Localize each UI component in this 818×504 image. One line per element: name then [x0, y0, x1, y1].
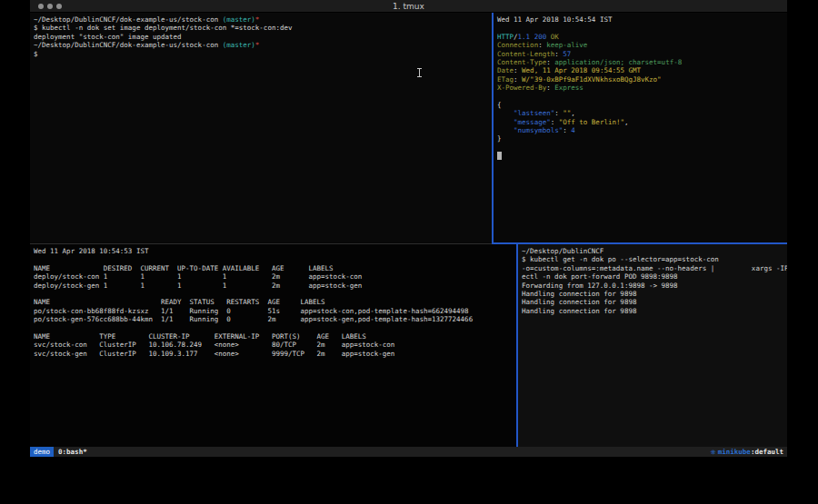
terminal-text-segment: "numsymbols" — [514, 126, 563, 134]
terminal-line: Handling connection for 9898 — [522, 290, 787, 298]
terminal-line: X-Powered-By: Express — [497, 84, 787, 92]
close-button[interactable] — [38, 4, 44, 9]
terminal-line: $ kubectl -n dok set image deployment/st… — [34, 24, 492, 32]
terminal-line — [34, 290, 516, 298]
terminal-line: NAME READY STATUS RESTARTS AGE LABELS — [34, 298, 516, 306]
pane-bottom-left-kubectl-watch[interactable]: Wed 11 Apr 2018 10:54:53 IST NAME DESIRE… — [30, 244, 516, 449]
terminal-text-segment: 57 — [563, 50, 571, 58]
terminal-line: deploy/stock-gen 1 1 1 1 2m app=stock-ge… — [34, 282, 516, 290]
terminal-text-segment: deploy/stock-con 1 1 1 1 2m app=stock-co… — [34, 272, 362, 281]
window-titlebar[interactable]: 1. tmux — [30, 0, 787, 13]
kube-cluster-name: minikube — [718, 448, 751, 456]
terminal-text-segment — [497, 118, 514, 126]
terminal-text-segment: Wed 11 Apr 2018 10:54:54 IST — [497, 15, 612, 24]
terminal-text-segment: Content-Length — [497, 50, 554, 58]
terminal-text-segment: , — [624, 118, 629, 126]
terminal-text-segment: Date — [497, 66, 514, 74]
terminal-line: NAME DESIRED CURRENT UP-TO-DATE AVAILABL… — [34, 264, 516, 272]
terminal-text-segment: } — [497, 134, 502, 143]
terminal-text-segment: NAME TYPE CLUSTER-IP EXTERNAL-IP PORT(S)… — [34, 332, 366, 341]
terminal-line: deployment "stock-con" image updated — [34, 33, 492, 41]
terminal-text-segment: Handling connection for 9898 — [522, 290, 636, 298]
pane-top-left-shell[interactable]: ~/Desktop/DublinCNCF/dok-example-us/stoc… — [30, 13, 492, 242]
terminal-line: Content-Length: 57 — [497, 50, 787, 58]
session-name-badge[interactable]: demo — [30, 447, 54, 457]
terminal-text-segment — [497, 109, 514, 117]
terminal-line: po/stock-gen-576cc688bb-44kmn 1/1 Runnin… — [34, 315, 516, 323]
terminal-text-segment: Wed, 11 Apr 2018 09:54:55 GMT — [522, 66, 641, 74]
terminal-text-segment: ~/Desktop/DublinCNCF — [522, 247, 604, 255]
terminal-line: "message": "Off to Berlin!", — [497, 118, 787, 126]
terminal-text-segment: Forwarding from 127.0.0.1:9898 -> 9898 — [522, 282, 678, 290]
terminal-text-segment: X-Powered-By — [497, 84, 546, 92]
terminal-text-segment: "" — [563, 109, 571, 117]
terminal-text-segment: : — [551, 118, 559, 126]
terminal-line: svc/stock-con ClusterIP 10.106.78.249 <n… — [34, 341, 516, 349]
terminal-line — [497, 24, 787, 32]
terminal-text-segment: : — [546, 58, 554, 66]
pane-divider-horizontal-right[interactable] — [492, 242, 787, 244]
terminal-text-segment: , — [571, 109, 575, 117]
window-list-item-active[interactable]: 0:bash* — [58, 448, 87, 456]
terminal-line: HTTP/1.1 200 OK — [497, 33, 787, 41]
terminal-text-segment: -o=custom-columns=:metadata.name --no-he… — [522, 264, 787, 272]
terminal-line: Date: Wed, 11 Apr 2018 09:54:55 GMT — [497, 66, 787, 74]
terminal-text-segment: * — [255, 15, 260, 24]
zoom-button[interactable] — [56, 4, 62, 9]
terminal-text-segment: (master) — [223, 41, 255, 49]
terminal-line: ~/Desktop/DublinCNCF — [522, 247, 787, 255]
minimize-button[interactable] — [47, 4, 53, 9]
terminal-text-segment: * — [255, 41, 260, 49]
pane-divider-horizontal-left[interactable] — [30, 243, 492, 244]
terminal-text-segment: 1.1 200 — [518, 33, 547, 41]
terminal-text-segment: po/stock-con-bb68f88fd-kzsxz 1/1 Running… — [34, 307, 469, 315]
terminal-text-segment: "Off to Berlin!" — [559, 118, 624, 126]
terminal-line: svc/stock-gen ClusterIP 10.109.3.177 <no… — [34, 350, 516, 358]
tmux-status-bar: demo 0:bash* ⎈ minikube :default — [30, 447, 787, 457]
terminal-text-segment: $ kubectl -n dok set image deployment/st… — [34, 24, 292, 32]
terminal-line — [34, 324, 516, 332]
terminal-line: "lastseen": "", — [497, 109, 787, 117]
terminal-text-segment: ~/Desktop/DublinCNCF/dok-example-us/stoc… — [34, 41, 223, 49]
terminal-text-segment: 4 — [571, 126, 575, 134]
terminal-line: ETag: W/"39-0xBPf9aF1dXVNkhsxoBQgJ8vKzo" — [497, 75, 787, 84]
terminal-line: } — [497, 134, 787, 143]
terminal-line: ectl -n dok port-forward POD 9898:9898 — [522, 272, 787, 281]
terminal-line: Wed 11 Apr 2018 10:54:54 IST — [497, 15, 787, 24]
terminal-text-segment: : — [538, 41, 546, 49]
pane-divider-vertical-bottom[interactable] — [516, 244, 518, 449]
terminal-line: "numsymbols": 4 — [497, 126, 787, 134]
traffic-lights — [38, 4, 62, 9]
terminal-text-segment: $ kubectl get -n dok po --selector=app=s… — [522, 255, 719, 263]
terminal-text-segment: deploy/stock-gen 1 1 1 1 2m app=stock-ge… — [34, 282, 362, 290]
terminal-text-segment: { — [497, 101, 502, 109]
terminal-text-segment: : — [514, 75, 522, 84]
terminal-text-segment: svc/stock-gen ClusterIP 10.109.3.177 <no… — [34, 350, 394, 358]
terminal-line — [497, 152, 787, 160]
pane-divider-vertical-top[interactable] — [492, 13, 494, 244]
kubernetes-helm-icon: ⎈ — [711, 448, 716, 457]
terminal-text-segment: "message" — [514, 118, 551, 126]
terminal-text-segment: : — [554, 109, 563, 117]
terminal-text-segment: svc/stock-con ClusterIP 10.106.78.249 <n… — [34, 341, 394, 349]
terminal-line — [497, 93, 787, 101]
terminal-line: Forwarding from 127.0.0.1:9898 -> 9898 — [522, 282, 787, 290]
terminal-line: ~/Desktop/DublinCNCF/dok-example-us/stoc… — [34, 15, 492, 24]
terminal-line: NAME TYPE CLUSTER-IP EXTERNAL-IP PORT(S)… — [34, 332, 516, 341]
mouse-ibeam-cursor — [417, 68, 422, 77]
terminal-text-segment: : — [554, 50, 563, 58]
terminal-text-segment: ETag — [497, 75, 514, 84]
terminal-text-segment: Connection — [497, 41, 538, 49]
kube-context-name: :default — [751, 448, 783, 456]
terminal-text-segment: HTTP — [497, 33, 514, 41]
pane-top-right-http-response[interactable]: Wed 11 Apr 2018 10:54:54 IST HTTP/1.1 20… — [494, 13, 787, 242]
terminal-text-segment: keep-alive — [546, 41, 587, 49]
terminal-line: $ — [34, 50, 492, 58]
terminal-text-segment: NAME DESIRED CURRENT UP-TO-DATE AVAILABL… — [34, 264, 334, 272]
tmux-pane-area: ~/Desktop/DublinCNCF/dok-example-us/stoc… — [30, 13, 787, 447]
terminal-line: -o=custom-columns=:metadata.name --no-he… — [522, 264, 787, 272]
terminal-line: Handling connection for 9898 — [522, 307, 787, 315]
status-right: ⎈ minikube :default — [711, 448, 783, 457]
pane-bottom-right-port-forward[interactable]: ~/Desktop/DublinCNCF$ kubectl get -n dok… — [518, 244, 787, 449]
terminal-line: deploy/stock-con 1 1 1 1 2m app=stock-co… — [34, 272, 516, 281]
